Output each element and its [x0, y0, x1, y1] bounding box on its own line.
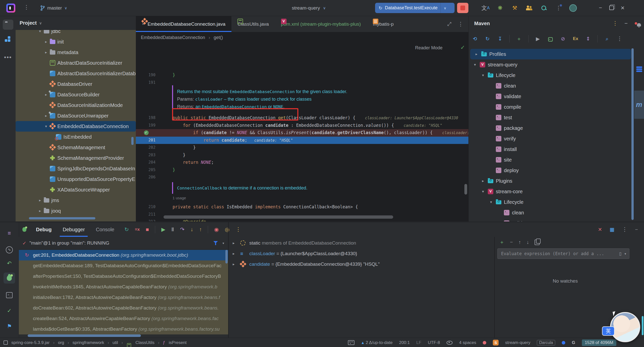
maven-options-icon[interactable]: ⋮: [612, 21, 618, 26]
maven-vertical-scrollbar[interactable]: [631, 48, 634, 220]
remove-watch-icon[interactable]: −: [510, 239, 513, 245]
chevron-down-icon[interactable]: ▾: [222, 241, 224, 245]
stack-frame-row[interactable]: doCreateBean:602, AbstractAutowireCapabl…: [19, 303, 228, 313]
line-ending[interactable]: LF: [416, 340, 421, 345]
project-tree-item[interactable]: AbstractDataSourceInitializer: [16, 58, 136, 68]
code-line[interactable]: 199 for (EmbeddedDatabaseConnection cand…: [136, 122, 468, 129]
mute-breakpoints-icon[interactable]: ◎: [225, 226, 229, 233]
tab-debugger[interactable]: Debugger: [63, 222, 85, 237]
maven-tree-item[interactable]: Lifecycle: [469, 197, 634, 207]
maven-tree-item[interactable]: Profiles: [470, 49, 631, 59]
reset-frame-icon[interactable]: ↶: [4, 258, 15, 269]
chevron-right-icon[interactable]: [43, 110, 49, 121]
maven-tree-item[interactable]: Lifecycle: [469, 70, 634, 81]
maven-tree-item[interactable]: Plugins: [469, 176, 634, 186]
project-tree-item[interactable]: EmbeddedDatabaseConnection: [16, 121, 136, 132]
assistant-avatar[interactable]: [610, 312, 640, 342]
maven-more-icon[interactable]: ⋮: [616, 36, 623, 42]
chevron-down-icon[interactable]: [480, 186, 486, 197]
maven-tree-item[interactable]: validate: [469, 91, 634, 102]
debug-minimize-icon[interactable]: −: [635, 227, 638, 233]
variable-row[interactable]: ▸candidate = {EmbeddedDatabaseConnection…: [229, 259, 490, 269]
more-tools-icon[interactable]: •••: [4, 54, 12, 61]
tools-icon[interactable]: ⚒: [510, 3, 520, 13]
translate-icon[interactable]: 文A: [480, 3, 491, 13]
chevron-right-icon[interactable]: [37, 206, 43, 216]
status-blue-icon[interactable]: [562, 341, 565, 344]
maven-tree-item[interactable]: package: [469, 123, 634, 133]
chevron-right-icon[interactable]: [43, 36, 49, 47]
stack-frame-row[interactable]: invokeInitMethods:1845, AbstractAutowire…: [19, 282, 228, 292]
code-line[interactable]: 206: [136, 174, 468, 181]
indent-setting[interactable]: 4 spaces: [459, 340, 476, 345]
project-tree-item[interactable]: DataSourceInitializationMode: [16, 100, 136, 110]
chevron-right-icon[interactable]: ▸: [233, 259, 235, 269]
maven-terminal-icon[interactable]: >_: [547, 36, 554, 42]
plugin-atom-icon[interactable]: ❋: [495, 3, 505, 13]
account-avatar-icon[interactable]: [568, 3, 578, 13]
intellij-logo-icon[interactable]: [6, 4, 15, 13]
users-icon[interactable]: [524, 3, 534, 13]
editor-tab[interactable]: mybatis-p: [367, 16, 399, 32]
step-out-icon[interactable]: ↑: [199, 226, 202, 233]
chevron-right-icon[interactable]: [43, 89, 49, 100]
maven-reload-project-icon[interactable]: ↻: [484, 36, 491, 42]
google-icon[interactable]: G: [572, 340, 575, 345]
bookmark-icon[interactable]: ▯: [619, 251, 621, 256]
breadcrumb[interactable]: EmbeddedDatabaseConnection › get(): [136, 32, 468, 43]
code-line[interactable]: 210 private static class IsEmbedded impl…: [136, 203, 468, 211]
debug-window-options-icon[interactable]: ⋮: [622, 227, 627, 232]
status-breadcrumb-item[interactable]: ClassUtils: [135, 340, 154, 345]
copy-icon[interactable]: [535, 240, 540, 245]
project-tree-item[interactable]: AbstractDataSourceInitializerDatab: [16, 68, 136, 79]
chevron-right-icon[interactable]: ▸: [233, 248, 235, 259]
status-breadcrumb-item[interactable]: util: [112, 340, 118, 345]
close-button[interactable]: ×: [617, 3, 628, 13]
editor-tab[interactable]: ×EmbeddedDatabaseConnection.java: [136, 16, 231, 32]
stack-frame-row[interactable]: ↻get:201, EmbeddedDatabaseConnection (or…: [19, 250, 228, 260]
move-up-icon[interactable]: ↑: [518, 239, 521, 245]
chevron-right-icon[interactable]: [480, 176, 486, 186]
stack-frame-row[interactable]: getEmbeddedDatabase:189, TestDatabaseAut…: [19, 260, 228, 271]
variable-row[interactable]: ▸static members of EmbeddedDatabaseConne…: [229, 238, 490, 248]
file-encoding[interactable]: UTF-8: [428, 340, 440, 345]
frames-vertical-scrollbar[interactable]: [225, 250, 228, 263]
maven-tree-item[interactable]: clean: [469, 81, 634, 91]
project-tree-item[interactable]: SchemaManagementProvider: [16, 153, 136, 163]
project-tree-item[interactable]: metadata: [16, 47, 136, 58]
status-breadcrumb-item[interactable]: spring-core-5.3.9.jar: [11, 340, 50, 345]
code-line[interactable]: 202 }: [136, 144, 468, 151]
tab-options-icon[interactable]: ⋮: [458, 21, 463, 27]
git-branch-widget[interactable]: master ∨: [40, 3, 67, 13]
project-horizontal-scrollbar[interactable]: [29, 217, 95, 219]
maven-tree-item[interactable]: clean: [469, 207, 634, 218]
code-view[interactable]: 190 }191Returns the most suitable Embedd…: [136, 43, 468, 221]
debug-close-icon[interactable]: ✕: [598, 226, 602, 233]
view-breakpoints-icon[interactable]: ◉: [214, 226, 219, 233]
maven-offline-icon[interactable]: Ex: [572, 36, 579, 41]
layout-settings-icon[interactable]: ▦: [610, 226, 614, 233]
editor-tab[interactable]: ClassUtils.java: [231, 16, 275, 32]
project-tree-item[interactable]: SpringJdbcDependsOnDatabaseIn: [16, 163, 136, 174]
project-vertical-scrollbar[interactable]: [131, 137, 134, 145]
record-icon[interactable]: [483, 341, 486, 344]
project-tree-item[interactable]: DataSourceUnwrapper: [16, 110, 136, 121]
maven-tree-item[interactable]: compile: [469, 102, 634, 112]
theme-badge[interactable]: Darcula: [537, 340, 555, 345]
add-watch-icon[interactable]: ＋: [499, 239, 504, 246]
status-project-name[interactable]: stream-query: [505, 340, 530, 345]
console-tab-icon[interactable]: >_: [4, 290, 15, 301]
caret-position[interactable]: 200:1: [399, 340, 410, 345]
chevron-down-icon[interactable]: ▾: [624, 252, 626, 256]
stop-listening-icon[interactable]: ≡x: [135, 227, 140, 232]
run-configuration-button[interactable]: ↻ DatabaseTest.testExecute ∨: [375, 3, 455, 13]
stop-button[interactable]: [457, 3, 468, 13]
analysis-widget[interactable]: ▲ 2 Δ/up-to-date: [361, 340, 393, 345]
project-tree-item[interactable]: jms: [16, 195, 136, 206]
chevron-right-icon[interactable]: ▸: [233, 238, 235, 248]
chevron-down-icon[interactable]: [43, 121, 49, 132]
settings-badge-icon[interactable]: S: [493, 340, 499, 345]
project-tree-item[interactable]: XADataSourceWrapper: [16, 184, 136, 195]
maven-add-icon[interactable]: ＋: [516, 35, 522, 42]
memory-indicator[interactable]: 1528 of 4096M: [582, 339, 616, 346]
